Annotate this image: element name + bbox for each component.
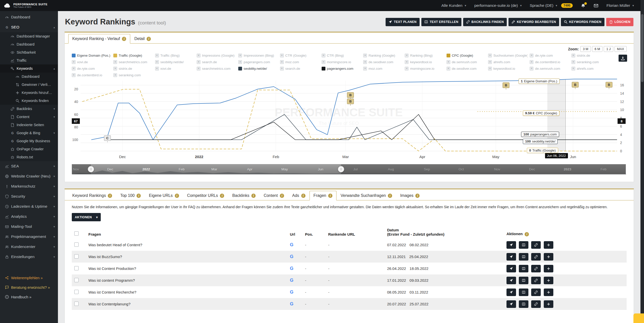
- legend-checkbox[interactable]: [322, 60, 325, 64]
- sidebar-item[interactable]: Projektmanagement ▾: [0, 232, 58, 242]
- row-checkbox[interactable]: [74, 278, 79, 282]
- brand-logo[interactable]: PERFORMANCE SUITE The Future of SEO: [0, 3, 58, 8]
- scrollbar-thumb[interactable]: [641, 14, 643, 82]
- legend-checkbox[interactable]: [72, 73, 76, 77]
- navigator-handle[interactable]: [338, 166, 344, 172]
- info-icon[interactable]: [108, 194, 112, 198]
- legend-checkbox[interactable]: [530, 60, 533, 64]
- legend-checkbox[interactable]: [72, 54, 76, 57]
- info-icon[interactable]: [175, 194, 179, 198]
- legend-item[interactable]: seobility.net/de/: [155, 59, 195, 64]
- legend-checkbox[interactable]: [238, 60, 242, 64]
- legend-item[interactable]: de.contentbird.io: [530, 59, 569, 64]
- legend-checkbox[interactable]: [363, 54, 367, 57]
- legend-checkbox[interactable]: [447, 67, 450, 70]
- add-button[interactable]: [544, 300, 553, 308]
- legend-checkbox[interactable]: [571, 60, 575, 64]
- legend-item[interactable]: de.contentbird.io: [72, 73, 111, 78]
- legend-item[interactable]: CPC (Google): [447, 53, 486, 58]
- legend-item[interactable]: Ranking (Google): [363, 53, 403, 58]
- legend-item[interactable]: sistrix.de: [571, 53, 611, 58]
- notifications-button[interactable]: [581, 3, 586, 8]
- legend-checkbox[interactable]: [530, 67, 533, 70]
- legend-item[interactable]: sistrix.de: [113, 66, 153, 71]
- legend-checkbox[interactable]: [322, 67, 325, 70]
- chart-export-button[interactable]: [619, 55, 627, 62]
- legend-item[interactable]: search.de: [280, 66, 320, 71]
- legend-item[interactable]: Traffic (Bing): [155, 53, 195, 58]
- legend-item[interactable]: ahrefs.com: [571, 66, 611, 71]
- legend-item[interactable]: CTR (Google): [280, 53, 320, 58]
- legend-item[interactable]: de.seodiver.com: [363, 59, 403, 64]
- row-checkbox[interactable]: [74, 302, 79, 306]
- legend-checkbox[interactable]: [197, 60, 200, 64]
- zoom-option-button[interactable]: 3 M: [580, 46, 591, 52]
- language-dropdown[interactable]: Sprache (DE)▾: [530, 3, 557, 8]
- legend-checkbox[interactable]: [280, 60, 284, 64]
- customer-dropdown[interactable]: Alle Kunden▾: [442, 3, 466, 8]
- legend-checkbox[interactable]: [155, 67, 159, 70]
- sidebar-item[interactable]: Dashboard: [0, 40, 58, 48]
- legend-checkbox[interactable]: [571, 67, 575, 70]
- legend-checkbox[interactable]: [447, 54, 450, 57]
- page-scrollbar[interactable]: [640, 0, 644, 323]
- sidebar-item[interactable]: SEO ▴: [0, 22, 58, 32]
- google-icon[interactable]: G: [290, 301, 293, 306]
- plan-text-button[interactable]: [506, 300, 516, 308]
- sidebar-item[interactable]: Dashboard: [0, 73, 58, 81]
- legend-item[interactable]: morningscore.io: [405, 66, 444, 71]
- create-text-button[interactable]: [519, 277, 528, 284]
- legend-checkbox[interactable]: [488, 67, 492, 70]
- sidebar-item[interactable]: Backlinks ▾: [0, 105, 58, 113]
- legend-item[interactable]: de.seodiver.com: [447, 66, 486, 71]
- chat-widget-button[interactable]: [633, 313, 644, 323]
- legend-item[interactable]: pagerangers.com: [238, 59, 278, 64]
- tab[interactable]: Detail: [130, 34, 155, 44]
- create-text-button[interactable]: [519, 289, 528, 296]
- page-action-button[interactable]: KEYWORD BEARBEITEN: [509, 18, 559, 26]
- google-icon[interactable]: G: [290, 254, 293, 259]
- page-action-button[interactable]: KEYWORDS FINDEN: [561, 18, 604, 26]
- sidebar-item[interactable]: Kundencenter ▾: [0, 242, 58, 252]
- legend-item[interactable]: de.ryte.com: [530, 53, 569, 58]
- create-text-button[interactable]: [519, 253, 528, 261]
- legend-checkbox[interactable]: [113, 54, 117, 57]
- zoom-option-button[interactable]: 1 J: [604, 46, 613, 52]
- legend-checkbox[interactable]: [113, 60, 117, 64]
- plan-text-button[interactable]: [506, 277, 516, 284]
- messages-button[interactable]: [594, 3, 598, 8]
- legend-item[interactable]: morningscore.io: [322, 59, 361, 64]
- legend-checkbox[interactable]: [488, 54, 492, 57]
- create-text-button[interactable]: [519, 265, 528, 272]
- legend-checkbox[interactable]: [405, 67, 409, 70]
- sidebar-item[interactable]: Ladezeiten & Uptime ▾: [0, 201, 58, 211]
- legend-item[interactable]: seranking.com: [113, 73, 153, 78]
- info-icon[interactable]: [328, 194, 332, 198]
- info-icon[interactable]: [415, 194, 420, 198]
- google-icon[interactable]: G: [290, 242, 293, 247]
- select-all-checkbox[interactable]: [74, 231, 79, 236]
- chart-canvas[interactable]: 161412108642020406080100Dec2022FebMarApr…: [72, 78, 626, 162]
- legend-checkbox[interactable]: [238, 67, 242, 70]
- legend-item[interactable]: Ranking (Bing): [405, 53, 444, 58]
- legend-checkbox[interactable]: [113, 73, 117, 77]
- google-icon[interactable]: G: [290, 290, 293, 295]
- add-button[interactable]: [544, 277, 553, 284]
- legend-checkbox[interactable]: [363, 67, 367, 70]
- sidebar-item[interactable]: Sichtbarkeit: [0, 48, 58, 56]
- sidebar-item[interactable]: Dashboard: [0, 12, 58, 22]
- zoom-option-button[interactable]: 6 M: [592, 46, 603, 52]
- tab[interactable]: Ads: [288, 191, 310, 200]
- legend-item[interactable]: keywordtool.io: [488, 66, 528, 71]
- legend-item[interactable]: de.ryte.com: [72, 66, 111, 71]
- add-button[interactable]: [544, 241, 553, 249]
- sidebar-item[interactable]: Indexierte Seiten: [0, 121, 58, 129]
- add-button[interactable]: [544, 289, 553, 296]
- project-dropdown[interactable]: performance-suite.io (de)▾: [474, 3, 522, 8]
- backlinks-button[interactable]: [531, 265, 541, 272]
- legend-item[interactable]: Impressionen (Bing): [238, 53, 278, 58]
- tab[interactable]: Eigene URLs: [145, 191, 183, 200]
- tab[interactable]: Keyword Rankings: [68, 191, 116, 200]
- legend-item[interactable]: Traffic (Google): [113, 53, 153, 58]
- sidebar-footer-link[interactable]: Handbuch »: [0, 292, 58, 302]
